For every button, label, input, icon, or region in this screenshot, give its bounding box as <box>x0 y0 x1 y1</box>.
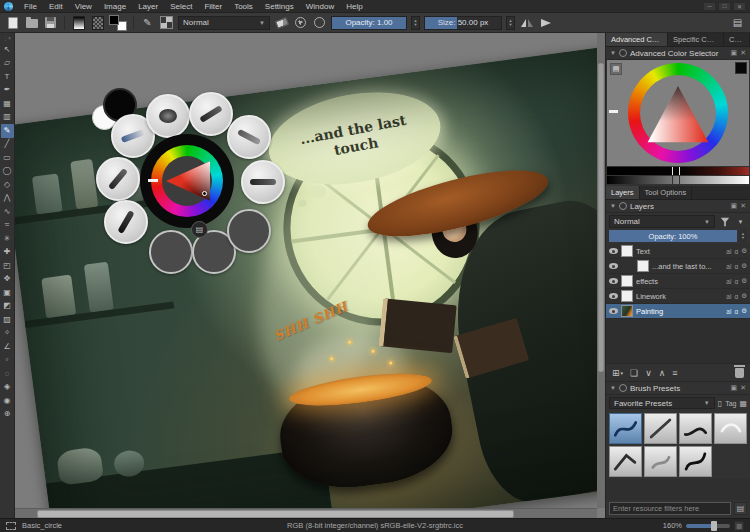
blending-mode-dropdown[interactable]: Normal ▼ <box>178 16 270 30</box>
canvas-area[interactable]: ...and the last touch SHH SHH <box>15 33 605 518</box>
collapse-arrow-icon[interactable]: ▼ <box>610 385 616 391</box>
layer-properties-icon[interactable]: ⚙ <box>741 307 747 315</box>
zoom-slider-thumb[interactable] <box>711 521 717 531</box>
maximize-button[interactable]: □ <box>718 2 731 11</box>
gradient-chooser-button[interactable] <box>71 15 86 30</box>
advanced-color-selector[interactable]: ▤ <box>607 60 749 166</box>
inherit-alpha-icon[interactable]: al <box>726 248 731 255</box>
tool-assistants[interactable]: ∠ <box>1 340 14 354</box>
move-layer-up-button[interactable]: ∧ <box>659 368 666 378</box>
value-gradient-bar[interactable] <box>607 176 749 184</box>
foreground-background-color[interactable] <box>109 15 127 31</box>
reload-preset-button[interactable] <box>293 15 308 30</box>
menu-help[interactable]: Help <box>340 1 368 12</box>
layer-properties-icon[interactable]: ⚙ <box>741 262 747 270</box>
tool-rectangle[interactable]: ▭ <box>1 151 14 165</box>
layer-row-3[interactable]: Lineworkalα⚙ <box>606 289 750 304</box>
layer-visibility-icon[interactable] <box>609 278 618 284</box>
popup-brush-flat[interactable] <box>241 160 285 204</box>
tool-polyline[interactable]: ⋀ <box>1 192 14 206</box>
layer-row-2[interactable]: effectsalα⚙ <box>606 274 750 289</box>
canvas-only-mode-button[interactable]: ▥ <box>734 521 744 531</box>
popup-palette-settings-button[interactable]: ▤ <box>191 221 208 238</box>
duplicate-layer-button[interactable]: ❏ <box>630 368 638 378</box>
float-docker-icon[interactable]: ▣ <box>731 49 738 57</box>
save-button[interactable] <box>43 15 58 30</box>
tab-layers[interactable]: Layers <box>606 186 640 199</box>
mirror-vertical-button[interactable] <box>538 15 553 30</box>
inherit-alpha-icon[interactable]: al <box>726 308 731 315</box>
color-history-bar[interactable] <box>607 167 749 175</box>
layer-blending-dropdown[interactable]: Normal ▼ <box>609 215 715 228</box>
popup-brush-checkered-pen[interactable] <box>96 157 140 201</box>
inherit-alpha-icon[interactable]: al <box>726 278 731 285</box>
size-spinner[interactable]: ▲▼ <box>506 16 515 30</box>
add-layer-button[interactable]: ⊞▾ <box>612 368 623 378</box>
tool-polygon[interactable]: ◇ <box>1 178 14 192</box>
brush-preset-eraser[interactable] <box>609 446 642 477</box>
vscroll-thumb[interactable] <box>598 63 604 372</box>
toolbox-handle[interactable]: ⋮× <box>3 35 11 43</box>
close-docker-icon[interactable]: ✕ <box>740 384 746 392</box>
tool-text[interactable]: T <box>1 70 14 84</box>
tool-ellipse-select[interactable]: ◌ <box>1 367 14 381</box>
tool-contiguous-select[interactable]: ◉ <box>1 394 14 408</box>
tool-gradient-edit[interactable]: ▥ <box>1 111 14 125</box>
tool-calligraphy[interactable]: ✒ <box>1 84 14 98</box>
menu-layer[interactable]: Layer <box>132 1 164 12</box>
tool-poly-select[interactable]: ◈ <box>1 381 14 395</box>
tool-move[interactable]: ✥ <box>1 273 14 287</box>
horizontal-scrollbar[interactable] <box>15 508 597 518</box>
advanced-color-selector-header[interactable]: ▼ Advanced Color Selector ▣✕ <box>606 47 750 60</box>
popup-brush-airbrush[interactable] <box>227 115 271 159</box>
zoom-slider[interactable] <box>686 524 730 528</box>
minimize-button[interactable]: ─ <box>703 2 716 11</box>
layer-filter-dropdown[interactable]: ▼ <box>734 215 747 228</box>
popup-brush-round[interactable] <box>146 94 190 138</box>
brush-preset-airbrush[interactable] <box>644 446 677 477</box>
tag-label[interactable]: Tag <box>725 400 736 407</box>
tool-edit-shapes[interactable]: ▱ <box>1 57 14 71</box>
tool-line[interactable]: ╱ <box>1 138 14 152</box>
brush-preset-soft-round[interactable] <box>714 413 747 444</box>
tab-specific-color[interactable]: Specific Color... <box>668 33 724 46</box>
preset-filter-dropdown[interactable]: Favorite Presets ▼ <box>609 397 715 409</box>
selection-mode-icon[interactable] <box>6 522 16 530</box>
tool-fill[interactable]: ◩ <box>1 300 14 314</box>
menu-window[interactable]: Window <box>300 1 340 12</box>
layer-row-4[interactable]: Paintingalα⚙ <box>606 304 750 319</box>
layer-visibility-icon[interactable] <box>609 248 618 254</box>
alpha-lock-icon[interactable]: α <box>734 293 738 300</box>
menu-image[interactable]: Image <box>98 1 132 12</box>
layer-row-1[interactable]: ...and the last to...alα⚙ <box>606 259 750 274</box>
popup-brush-empty-slot[interactable] <box>149 230 193 274</box>
close-button[interactable]: ✕ <box>733 2 746 11</box>
resource-filter-input[interactable] <box>609 502 731 515</box>
layer-properties-button[interactable]: ≡ <box>672 368 677 378</box>
float-docker-icon[interactable]: ▣ <box>731 384 738 392</box>
menu-tools[interactable]: Tools <box>228 1 259 12</box>
tab-advanced-color[interactable]: Advanced Color... <box>606 33 668 46</box>
pattern-chooser-button[interactable] <box>90 15 105 30</box>
move-layer-down-button[interactable]: ∨ <box>645 368 652 378</box>
opacity-slider[interactable]: Opacity: 1.00 <box>331 16 407 30</box>
inherit-alpha-icon[interactable]: al <box>726 293 731 300</box>
layer-visibility-icon[interactable] <box>609 263 618 269</box>
layers-docker-header[interactable]: ▼ Layers ▣✕ <box>606 200 750 213</box>
layer-properties-icon[interactable]: ⚙ <box>741 247 747 255</box>
layer-row-0[interactable]: Textalα⚙ <box>606 244 750 259</box>
menu-settings[interactable]: Settings <box>259 1 300 12</box>
layer-visibility-icon[interactable] <box>609 308 618 314</box>
menu-filter[interactable]: Filter <box>198 1 228 12</box>
tool-crop[interactable]: ▣ <box>1 286 14 300</box>
tool-dynamic-brush[interactable]: ✳ <box>1 232 14 246</box>
collapse-arrow-icon[interactable]: ▼ <box>610 203 616 209</box>
workspace-chooser-button[interactable]: ▤ <box>730 15 745 30</box>
choose-brush-preset-button[interactable] <box>159 15 174 30</box>
tool-freehand-path[interactable]: ≈ <box>1 219 14 233</box>
tool-gradient[interactable]: ▨ <box>1 313 14 327</box>
alpha-lock-icon[interactable]: α <box>734 263 738 270</box>
menu-file[interactable]: File <box>18 1 43 12</box>
selector-settings-button[interactable]: ▤ <box>610 63 622 75</box>
popup-brush-paintbrush[interactable] <box>189 92 233 136</box>
